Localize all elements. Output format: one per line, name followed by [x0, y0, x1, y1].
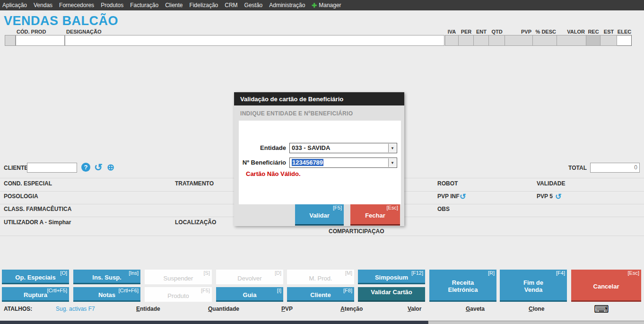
total-label: TOTAL	[568, 165, 587, 171]
atalho-entidade[interactable]: Entidade	[136, 306, 160, 312]
header-designacao: DESIGNAÇÃO	[66, 29, 102, 35]
menu-item-crm[interactable]: CRM	[225, 2, 237, 9]
ruptura-button[interactable]: [Crtl+F5] Ruptura	[2, 287, 69, 302]
class-farmaceutica-label: CLASS. FARMACÊUTICA	[4, 206, 71, 212]
validade-label: VALIDADE	[537, 180, 565, 187]
chevron-down-icon[interactable]: ▼	[388, 158, 396, 167]
sug-activas-link[interactable]: Sug. activas F7	[56, 306, 95, 312]
pvp-cell	[505, 35, 533, 46]
notas-button[interactable]: [Crtl+F6] Notas	[73, 287, 140, 302]
history-icon[interactable]: ↺	[94, 163, 103, 172]
row-selector-cell	[5, 35, 16, 46]
header-valor: VALOR	[557, 29, 586, 35]
obs-label: OBS	[437, 206, 450, 212]
help-icon[interactable]: ?	[81, 163, 90, 172]
comparticipacao-label: COMPARTICIPAÇAO	[329, 228, 384, 235]
devolver-button: [D] Devolver	[216, 270, 283, 284]
card-invalid-error: Cartão Não Válido.	[246, 170, 301, 177]
validar-button[interactable]: [F5] Validar	[295, 204, 344, 226]
robot-label: ROBOT	[437, 180, 458, 187]
header-cod-prod: CÓD. PROD	[17, 29, 46, 35]
button-label: Receita Eletrónica	[429, 272, 496, 300]
button-label: Produto	[145, 289, 212, 302]
grid-right-headers: IVA PER ENT QTD PVP % DESC VALOR REC EST…	[445, 29, 632, 35]
manager-label: Manager	[319, 2, 341, 9]
cancelar-button[interactable]: [Esc] Cancelar	[571, 270, 641, 302]
atalho-quantidade[interactable]: Quantidade	[208, 306, 239, 312]
fechar-button[interactable]: [Esc] Fechar	[350, 204, 400, 226]
menu-item-gestao[interactable]: Gestão	[244, 2, 263, 9]
dialog-subtitle: INDIQUE ENTIDADE E NºBENEFICIÁRIO	[240, 110, 353, 117]
entidade-select[interactable]: 033 - SAVIDA ▼	[289, 143, 397, 153]
cod-prod-input[interactable]	[16, 35, 65, 46]
desc-cell	[533, 35, 557, 46]
keyboard-icon[interactable]: ⌨	[594, 303, 609, 315]
divider	[0, 236, 644, 236]
header-elec: ELEC	[617, 29, 632, 35]
ins-susp-button[interactable]: [Ins] Ins. Susp.	[73, 270, 140, 284]
op-especiais-button[interactable]: [O] Op. Especiais	[2, 270, 69, 284]
simposium-button[interactable]: [F12] Simposium	[358, 270, 425, 284]
elec-cell[interactable]	[617, 35, 632, 46]
grid-value-cells	[445, 35, 632, 46]
button-label: Guia	[216, 289, 283, 300]
green-cross-icon: ✚	[312, 2, 317, 9]
iva-cell	[445, 35, 459, 46]
button-label: Devolver	[216, 272, 283, 284]
atalho-gaveta[interactable]: Gaveta	[466, 306, 485, 312]
pvp-inf-history-icon[interactable]: ↺	[460, 192, 466, 201]
per-cell	[459, 35, 474, 46]
menu-item-cliente[interactable]: Cliente	[165, 2, 183, 9]
pvp-inf-label: PVP INF	[437, 193, 459, 200]
localizacao-label: LOCALIZAÇÃO	[175, 219, 216, 226]
cond-especial-label: COND. ESPECIAL	[4, 180, 52, 187]
atalho-clone[interactable]: Clone	[529, 306, 544, 312]
suspender-button: [S] Suspender	[145, 270, 212, 284]
pvp-5-history-icon[interactable]: ↺	[555, 192, 561, 201]
atalho-atencao[interactable]: Atenção	[340, 306, 363, 312]
menu-item-fornecedores[interactable]: Fornecedores	[59, 2, 94, 9]
receita-eletronica-button[interactable]: [R] Receita Eletrónica	[429, 270, 496, 302]
dialog-title: Validação de cartão de Beneficiário	[240, 96, 343, 103]
utilizador-label: UTILIZADOR A - Simphar	[4, 219, 71, 226]
header-ent: ENT	[474, 29, 489, 35]
atalhos-label: ATALHOS:	[4, 306, 32, 312]
beneficiario-select[interactable]: 123456789 ▼	[289, 158, 397, 168]
menu-item-administracao[interactable]: Administração	[269, 2, 305, 9]
chevron-down-icon[interactable]: ▼	[388, 144, 396, 152]
page-title: VENDAS BALCÃO	[4, 14, 118, 28]
guia-button[interactable]: [I] Guia	[216, 287, 283, 302]
atalho-valor[interactable]: Valor	[408, 306, 421, 312]
menu-item-aplicacao[interactable]: Aplicação	[2, 2, 27, 9]
header-per: PER	[459, 29, 474, 35]
add-client-icon[interactable]: ⊕	[107, 163, 114, 172]
cliente-input[interactable]	[27, 163, 77, 173]
bottom-dark-strip	[0, 321, 428, 324]
pvp-5-label: PVP 5	[537, 193, 553, 200]
menu-item-manager[interactable]: ✚ Manager	[312, 2, 341, 9]
button-label: M. Prod.	[287, 272, 354, 284]
designacao-input[interactable]	[65, 35, 444, 46]
fechar-label: Fechar	[350, 207, 400, 224]
m-prod-button: [M] M. Prod.	[287, 270, 354, 284]
menu-item-facturacao[interactable]: Facturação	[130, 2, 158, 9]
header-est: EST	[600, 29, 617, 35]
menu-bar: Aplicação Vendas Fornecedores Produtos F…	[0, 0, 644, 10]
cliente-label: CLIENTE	[4, 165, 28, 171]
header-rec: REC	[586, 29, 600, 35]
button-label: Ruptura	[2, 289, 69, 300]
fim-de-venda-button[interactable]: [F4] Fim de Venda	[500, 270, 567, 302]
button-label: Ins. Susp.	[73, 272, 140, 283]
validar-cartao-button[interactable]: Validar Cartão	[358, 287, 425, 302]
header-iva: IVA	[445, 29, 459, 35]
menu-item-vendas[interactable]: Vendas	[34, 2, 52, 9]
header-qtd: QTD	[489, 29, 505, 35]
ent-cell	[474, 35, 489, 46]
vendas-balcao-screen: Aplicação Vendas Fornecedores Produtos F…	[0, 0, 644, 324]
cliente-button[interactable]: [F8] Cliente	[287, 287, 354, 302]
menu-item-fidelizacao[interactable]: Fidelização	[190, 2, 218, 9]
menu-item-produtos[interactable]: Produtos	[101, 2, 123, 9]
button-label: Cancelar	[571, 272, 641, 300]
beneficiario-value: 123456789	[292, 159, 323, 166]
atalho-pvp[interactable]: PVP	[281, 306, 293, 312]
